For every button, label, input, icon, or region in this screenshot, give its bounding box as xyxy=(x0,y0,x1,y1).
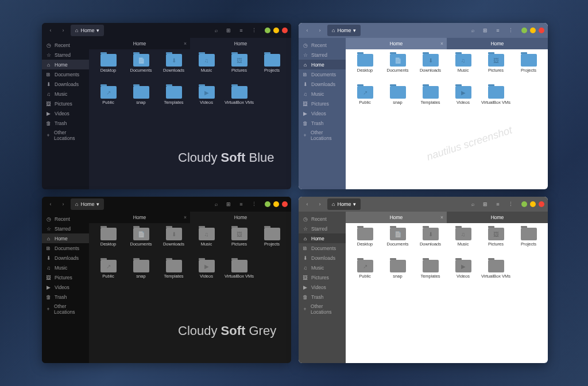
folder-music[interactable]: ♫ Music xyxy=(191,54,222,85)
view-list-button[interactable]: ≡ xyxy=(236,199,246,209)
maximize-button[interactable] xyxy=(530,201,536,207)
back-button[interactable]: ‹ xyxy=(302,199,312,209)
view-list-button[interactable]: ≡ xyxy=(236,25,246,36)
sidebar-item-home[interactable]: ⌂ Home xyxy=(299,233,346,243)
search-button[interactable]: ⌕ xyxy=(211,25,221,36)
folder-videos[interactable]: ▶ Videos xyxy=(447,86,479,117)
folder-templates[interactable]: Templates xyxy=(415,86,446,117)
folder-virtualbox-vms[interactable]: VirtualBox VMs xyxy=(223,260,255,291)
sidebar-item-downloads[interactable]: ⬇ Downloads xyxy=(299,79,346,89)
folder-videos[interactable]: ▶ Videos xyxy=(191,86,222,117)
folder-projects[interactable]: Projects xyxy=(513,54,544,85)
sidebar-item-other-locations[interactable]: + Other Locations xyxy=(299,302,346,317)
close-icon[interactable]: × xyxy=(184,41,187,46)
maximize-button[interactable] xyxy=(530,28,536,33)
minimize-button[interactable] xyxy=(265,201,270,207)
view-grid-button[interactable]: ⊞ xyxy=(480,199,490,209)
sidebar-item-downloads[interactable]: ⬇ Downloads xyxy=(42,253,89,263)
folder-public[interactable]: ↗ Public xyxy=(349,86,381,117)
forward-button[interactable]: › xyxy=(315,25,325,36)
sidebar-item-starred[interactable]: ☆ Starred xyxy=(42,224,89,233)
folder-music[interactable]: ♫ Music xyxy=(447,228,479,259)
tab-0[interactable]: Home × xyxy=(89,38,190,49)
search-button[interactable]: ⌕ xyxy=(211,199,221,209)
sidebar-item-pictures[interactable]: 🖼 Pictures xyxy=(42,272,89,282)
sidebar-item-home[interactable]: ⌂ Home xyxy=(299,60,346,69)
forward-button[interactable]: › xyxy=(315,199,325,209)
tab-0[interactable]: Home × xyxy=(346,212,447,223)
back-button[interactable]: ‹ xyxy=(302,25,312,36)
view-grid-button[interactable]: ⊞ xyxy=(223,199,234,209)
sidebar-item-home[interactable]: ⌂ Home xyxy=(42,60,89,69)
folder-videos[interactable]: ▶ Videos xyxy=(191,260,222,291)
folder-downloads[interactable]: ⬇ Downloads xyxy=(415,54,446,85)
folder-videos[interactable]: ▶ Videos xyxy=(447,260,479,291)
folder-music[interactable]: ♫ Music xyxy=(447,54,479,85)
close-button[interactable] xyxy=(282,201,288,207)
sidebar-item-starred[interactable]: ☆ Starred xyxy=(299,224,346,233)
folder-public[interactable]: ↗ Public xyxy=(349,260,381,291)
tab-1[interactable]: Home xyxy=(447,38,548,49)
folder-desktop[interactable]: Desktop xyxy=(349,54,381,85)
folder-desktop[interactable]: Desktop xyxy=(349,228,381,259)
sidebar-item-music[interactable]: ♫ Music xyxy=(299,263,346,272)
folder-public[interactable]: ↗ Public xyxy=(92,86,124,117)
folder-snap[interactable]: snap xyxy=(125,86,157,117)
folder-virtualbox-vms[interactable]: VirtualBox VMs xyxy=(480,260,512,291)
view-grid-button[interactable]: ⊞ xyxy=(223,25,234,36)
folder-projects[interactable]: Projects xyxy=(513,228,544,259)
search-button[interactable]: ⌕ xyxy=(467,25,478,36)
sidebar-item-videos[interactable]: ▶ Videos xyxy=(299,108,346,118)
close-button[interactable] xyxy=(282,28,288,33)
sidebar-item-home[interactable]: ⌂ Home xyxy=(42,233,89,243)
folder-documents[interactable]: 📄 Documents xyxy=(382,228,413,259)
folder-snap[interactable]: snap xyxy=(125,260,157,291)
sidebar-item-starred[interactable]: ☆ Starred xyxy=(42,50,89,60)
sidebar-item-downloads[interactable]: ⬇ Downloads xyxy=(299,253,346,263)
sidebar-item-starred[interactable]: ☆ Starred xyxy=(299,50,346,60)
minimize-button[interactable] xyxy=(521,28,527,33)
folder-templates[interactable]: Templates xyxy=(158,86,189,117)
sidebar-item-videos[interactable]: ▶ Videos xyxy=(42,108,89,118)
sidebar-item-trash[interactable]: 🗑 Trash xyxy=(299,118,346,128)
folder-downloads[interactable]: ⬇ Downloads xyxy=(158,228,189,259)
close-icon[interactable]: × xyxy=(440,215,443,220)
tab-1[interactable]: Home xyxy=(190,38,291,49)
tab-1[interactable]: Home xyxy=(190,212,291,223)
maximize-button[interactable] xyxy=(273,28,279,33)
view-grid-button[interactable]: ⊞ xyxy=(480,25,490,36)
sidebar-item-other-locations[interactable]: + Other Locations xyxy=(299,128,346,143)
minimize-button[interactable] xyxy=(265,28,270,33)
forward-button[interactable]: › xyxy=(58,25,68,36)
folder-downloads[interactable]: ⬇ Downloads xyxy=(415,228,446,259)
close-button[interactable] xyxy=(539,28,544,33)
path-button[interactable]: ⌂ Home ▾ xyxy=(327,25,361,36)
folder-projects[interactable]: Projects xyxy=(256,228,288,259)
sidebar-item-trash[interactable]: 🗑 Trash xyxy=(299,292,346,302)
sidebar-item-recent[interactable]: ◷ Recent xyxy=(42,40,89,50)
back-button[interactable]: ‹ xyxy=(45,199,56,209)
tab-0[interactable]: Home × xyxy=(346,38,447,49)
hamburger-menu-button[interactable]: ⋮ xyxy=(249,25,259,36)
maximize-button[interactable] xyxy=(273,201,279,207)
path-button[interactable]: ⌂ Home ▾ xyxy=(71,25,104,36)
forward-button[interactable]: › xyxy=(58,199,68,209)
folder-snap[interactable]: snap xyxy=(382,86,413,117)
sidebar-item-trash[interactable]: 🗑 Trash xyxy=(42,118,89,128)
path-button[interactable]: ⌂ Home ▾ xyxy=(327,198,361,210)
folder-templates[interactable]: Templates xyxy=(158,260,189,291)
sidebar-item-music[interactable]: ♫ Music xyxy=(42,263,89,272)
folder-documents[interactable]: 📄 Documents xyxy=(125,228,157,259)
folder-projects[interactable]: Projects xyxy=(256,54,288,85)
sidebar-item-recent[interactable]: ◷ Recent xyxy=(299,214,346,224)
sidebar-item-pictures[interactable]: 🖼 Pictures xyxy=(42,99,89,108)
sidebar-item-music[interactable]: ♫ Music xyxy=(299,89,346,99)
sidebar-item-other-locations[interactable]: + Other Locations xyxy=(42,128,89,143)
search-button[interactable]: ⌕ xyxy=(467,199,478,209)
close-icon[interactable]: × xyxy=(184,215,187,220)
sidebar-item-downloads[interactable]: ⬇ Downloads xyxy=(42,79,89,89)
folder-virtualbox-vms[interactable]: VirtualBox VMs xyxy=(223,86,255,117)
folder-documents[interactable]: 📄 Documents xyxy=(125,54,157,85)
hamburger-menu-button[interactable]: ⋮ xyxy=(249,199,259,209)
folder-public[interactable]: ↗ Public xyxy=(92,260,124,291)
